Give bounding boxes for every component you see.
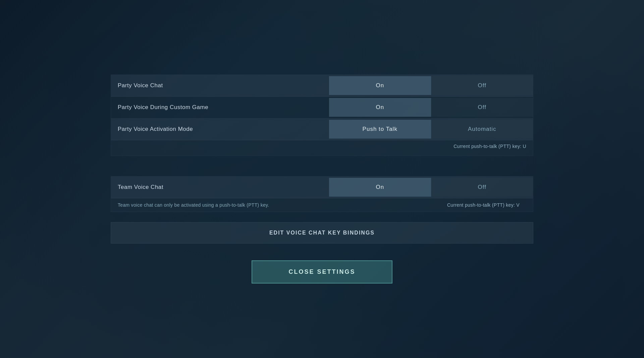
section-divider	[111, 166, 533, 176]
party-voice-chat-row: Party Voice Chat On Off	[111, 75, 533, 97]
party-settings-group: Party Voice Chat On Off Party Voice Duri…	[111, 74, 533, 156]
team-voice-chat-controls: On Off	[329, 178, 533, 197]
close-settings-button[interactable]: CLOSE SETTINGS	[252, 260, 392, 284]
party-voice-activation-controls: Push to Talk Automatic	[329, 120, 533, 139]
team-ptt-description: Team voice chat can only be activated us…	[118, 202, 336, 208]
automatic-button[interactable]: Automatic	[431, 120, 533, 139]
team-voice-chat-on-button[interactable]: On	[329, 178, 431, 197]
party-voice-custom-game-controls: On Off	[329, 98, 533, 117]
close-settings-wrapper: CLOSE SETTINGS	[111, 260, 533, 284]
team-voice-chat-label: Team Voice Chat	[111, 178, 329, 197]
party-voice-chat-off-button[interactable]: Off	[431, 76, 533, 95]
settings-container: Party Voice Chat On Off Party Voice Duri…	[111, 74, 533, 284]
party-voice-activation-row: Party Voice Activation Mode Push to Talk…	[111, 118, 533, 140]
team-info-row: Team voice chat can only be activated us…	[111, 198, 533, 212]
push-to-talk-button[interactable]: Push to Talk	[329, 120, 431, 139]
team-voice-chat-off-button[interactable]: Off	[431, 178, 533, 197]
party-voice-custom-off-button[interactable]: Off	[431, 98, 533, 117]
team-ptt-key-info: Current push-to-talk (PTT) key: V	[336, 202, 526, 208]
party-voice-custom-game-label: Party Voice During Custom Game	[111, 98, 329, 117]
party-voice-chat-on-button[interactable]: On	[329, 76, 431, 95]
party-voice-activation-label: Party Voice Activation Mode	[111, 120, 329, 139]
party-voice-chat-controls: On Off	[329, 76, 533, 95]
party-ptt-key-info: Current push-to-talk (PTT) key: U	[111, 140, 533, 156]
party-voice-custom-on-button[interactable]: On	[329, 98, 431, 117]
party-voice-chat-label: Party Voice Chat	[111, 76, 329, 95]
team-voice-chat-row: Team Voice Chat On Off	[111, 176, 533, 198]
party-voice-custom-game-row: Party Voice During Custom Game On Off	[111, 97, 533, 118]
team-settings-group: Team Voice Chat On Off Team voice chat c…	[111, 176, 533, 212]
edit-bindings-button[interactable]: EDIT VOICE CHAT KEY BINDINGS	[111, 222, 533, 244]
